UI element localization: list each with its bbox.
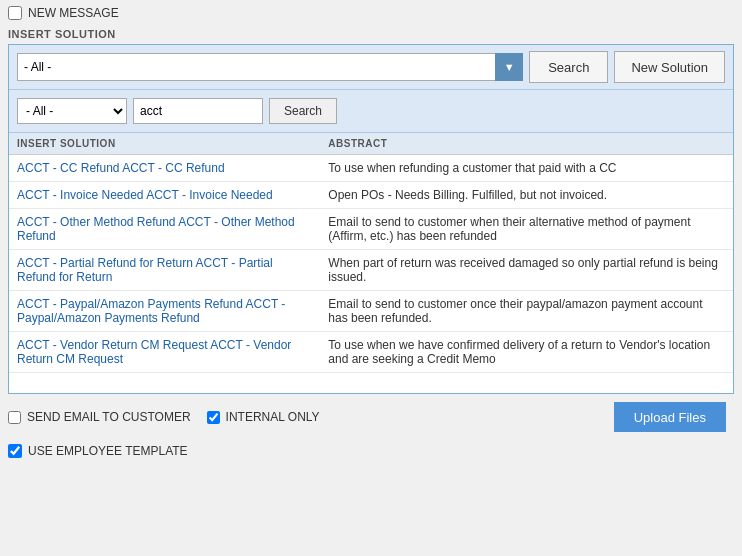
new-message-checkbox[interactable]	[8, 6, 22, 20]
top-bar: NEW MESSAGE	[0, 0, 742, 26]
insert-solution-heading: INSERT SOLUTION	[0, 26, 742, 44]
abstract-cell: Email to send to customer once their pay…	[320, 291, 733, 332]
use-employee-template-checkbox[interactable]	[8, 444, 22, 458]
solution-cell: ACCT - CC Refund ACCT - CC Refund	[9, 155, 320, 182]
use-employee-template-label: USE EMPLOYEE TEMPLATE	[28, 444, 188, 458]
bottom-bar-right: INTERNAL ONLY	[207, 410, 320, 424]
solution-cell: ACCT - Other Method Refund ACCT - Other …	[9, 209, 320, 250]
category-dropdown-wrapper: - All -AccountingBillingReturnsShipping	[17, 53, 523, 81]
empty-area	[9, 373, 733, 393]
abstract-cell: To use when refunding a customer that pa…	[320, 155, 733, 182]
table-row[interactable]: ACCT - Vendor Return CM Request ACCT - V…	[9, 332, 733, 373]
new-solution-button[interactable]: New Solution	[614, 51, 725, 83]
solution-cell: ACCT - Paypal/Amazon Payments Refund ACC…	[9, 291, 320, 332]
col-abstract: ABSTRACT	[320, 133, 733, 155]
col-insert-solution: INSERT SOLUTION	[9, 133, 320, 155]
table-header-row: INSERT SOLUTION ABSTRACT	[9, 133, 733, 155]
category-dropdown[interactable]: - All -AccountingBillingReturnsShipping	[17, 53, 523, 81]
insert-solution-panel: - All -AccountingBillingReturnsShipping …	[8, 44, 734, 394]
bottom-bar-left: SEND EMAIL TO CUSTOMER	[8, 410, 191, 424]
panel-header: - All -AccountingBillingReturnsShipping …	[9, 45, 733, 90]
upload-files-button[interactable]: Upload Files	[614, 402, 726, 432]
internal-only-checkbox[interactable]	[207, 411, 220, 424]
solution-cell: ACCT - Invoice Needed ACCT - Invoice Nee…	[9, 182, 320, 209]
solution-cell: ACCT - Vendor Return CM Request ACCT - V…	[9, 332, 320, 373]
table-row[interactable]: ACCT - Other Method Refund ACCT - Other …	[9, 209, 733, 250]
table-row[interactable]: ACCT - Paypal/Amazon Payments Refund ACC…	[9, 291, 733, 332]
abstract-cell: Open POs - Needs Billing. Fulfilled, but…	[320, 182, 733, 209]
table-row[interactable]: ACCT - Invoice Needed ACCT - Invoice Nee…	[9, 182, 733, 209]
bottom-bar: SEND EMAIL TO CUSTOMER INTERNAL ONLY Upl…	[0, 394, 742, 440]
send-email-label: SEND EMAIL TO CUSTOMER	[27, 410, 191, 424]
filter-dropdown[interactable]: - All -	[17, 98, 127, 124]
table-row[interactable]: ACCT - Partial Refund for Return ACCT - …	[9, 250, 733, 291]
bottom-footer: USE EMPLOYEE TEMPLATE	[0, 440, 742, 462]
table-row[interactable]: ACCT - CC Refund ACCT - CC RefundTo use …	[9, 155, 733, 182]
results-table-container: INSERT SOLUTION ABSTRACT ACCT - CC Refun…	[9, 133, 733, 393]
results-table: INSERT SOLUTION ABSTRACT ACCT - CC Refun…	[9, 133, 733, 373]
solution-cell: ACCT - Partial Refund for Return ACCT - …	[9, 250, 320, 291]
internal-only-label: INTERNAL ONLY	[226, 410, 320, 424]
abstract-cell: Email to send to customer when their alt…	[320, 209, 733, 250]
search-inner-button[interactable]: Search	[269, 98, 337, 124]
search-row: - All - Search	[9, 90, 733, 133]
send-email-checkbox[interactable]	[8, 411, 21, 424]
search-input[interactable]	[133, 98, 263, 124]
new-message-label: NEW MESSAGE	[28, 6, 119, 20]
abstract-cell: When part of return was received damaged…	[320, 250, 733, 291]
search-top-button[interactable]: Search	[529, 51, 608, 83]
abstract-cell: To use when we have confirmed delivery o…	[320, 332, 733, 373]
